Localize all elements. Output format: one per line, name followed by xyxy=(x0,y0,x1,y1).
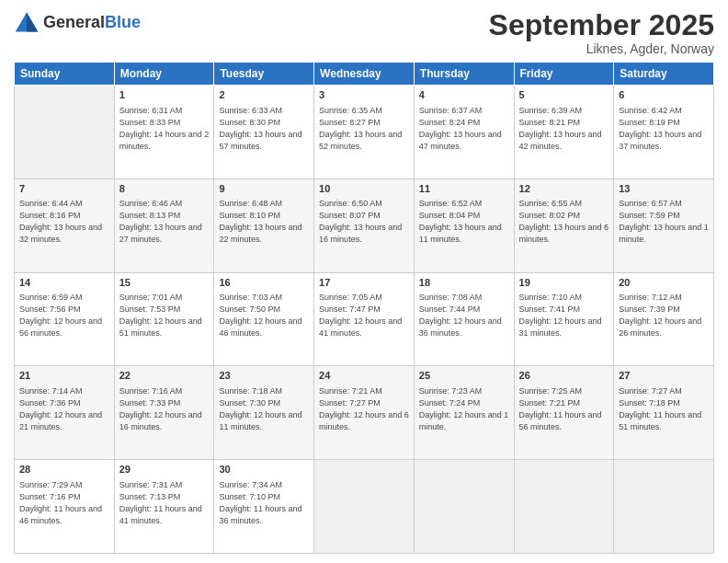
day-number: 8 xyxy=(119,182,210,196)
day-info: Sunrise: 7:21 AMSunset: 7:27 PMDaylight:… xyxy=(319,385,409,433)
calendar-week-row: 1Sunrise: 6:31 AMSunset: 8:33 PMDaylight… xyxy=(15,86,714,179)
day-number: 29 xyxy=(119,463,210,477)
calendar-cell: 18Sunrise: 7:08 AMSunset: 7:44 PMDayligh… xyxy=(414,272,514,366)
day-number: 5 xyxy=(519,88,609,102)
day-number: 3 xyxy=(319,88,409,102)
calendar-week-row: 14Sunrise: 6:59 AMSunset: 7:56 PMDayligh… xyxy=(15,272,714,366)
day-info: Sunrise: 7:14 AMSunset: 7:36 PMDaylight:… xyxy=(19,385,109,433)
header-sunday: Sunday xyxy=(15,63,115,86)
day-info: Sunrise: 7:25 AMSunset: 7:21 PMDaylight:… xyxy=(519,385,609,433)
day-info: Sunrise: 7:03 AMSunset: 7:50 PMDaylight:… xyxy=(219,292,309,339)
logo-icon xyxy=(14,9,40,35)
day-number: 4 xyxy=(419,88,509,102)
day-info: Sunrise: 7:27 AMSunset: 7:18 PMDaylight:… xyxy=(619,385,709,433)
calendar-cell: 22Sunrise: 7:16 AMSunset: 7:33 PMDayligh… xyxy=(114,366,214,460)
header-friday: Friday xyxy=(514,63,614,86)
header-tuesday: Tuesday xyxy=(214,63,314,86)
calendar-cell: 25Sunrise: 7:23 AMSunset: 7:24 PMDayligh… xyxy=(414,366,514,460)
day-info: Sunrise: 7:08 AMSunset: 7:44 PMDaylight:… xyxy=(419,292,509,339)
calendar-cell: 15Sunrise: 7:01 AMSunset: 7:53 PMDayligh… xyxy=(114,272,214,366)
calendar-cell: 20Sunrise: 7:12 AMSunset: 7:39 PMDayligh… xyxy=(614,272,714,366)
day-info: Sunrise: 6:57 AMSunset: 7:59 PMDaylight:… xyxy=(619,198,709,246)
day-number: 14 xyxy=(19,276,109,290)
day-number: 6 xyxy=(619,88,709,102)
weekday-header-row: Sunday Monday Tuesday Wednesday Thursday… xyxy=(15,63,714,86)
day-info: Sunrise: 7:01 AMSunset: 7:53 PMDaylight:… xyxy=(119,292,210,339)
day-info: Sunrise: 6:48 AMSunset: 8:10 PMDaylight:… xyxy=(219,198,309,246)
calendar-cell xyxy=(614,460,714,554)
calendar-cell xyxy=(514,460,614,554)
day-info: Sunrise: 6:59 AMSunset: 7:56 PMDaylight:… xyxy=(19,292,109,339)
calendar-cell: 12Sunrise: 6:55 AMSunset: 8:02 PMDayligh… xyxy=(514,178,614,272)
calendar-cell: 5Sunrise: 6:39 AMSunset: 8:21 PMDaylight… xyxy=(514,86,614,179)
page-header: GeneralBlue September 2025 Liknes, Agder… xyxy=(14,9,714,56)
day-number: 21 xyxy=(19,369,109,383)
calendar-body: 1Sunrise: 6:31 AMSunset: 8:33 PMDaylight… xyxy=(15,86,714,554)
calendar-cell: 17Sunrise: 7:05 AMSunset: 7:47 PMDayligh… xyxy=(314,272,415,366)
calendar-cell: 16Sunrise: 7:03 AMSunset: 7:50 PMDayligh… xyxy=(214,272,314,366)
day-info: Sunrise: 7:10 AMSunset: 7:41 PMDaylight:… xyxy=(519,292,609,339)
day-info: Sunrise: 6:46 AMSunset: 8:13 PMDaylight:… xyxy=(119,198,210,246)
day-info: Sunrise: 6:42 AMSunset: 8:19 PMDaylight:… xyxy=(619,105,709,153)
calendar-cell: 26Sunrise: 7:25 AMSunset: 7:21 PMDayligh… xyxy=(514,366,614,460)
calendar-week-row: 21Sunrise: 7:14 AMSunset: 7:36 PMDayligh… xyxy=(15,366,714,460)
calendar-cell: 21Sunrise: 7:14 AMSunset: 7:36 PMDayligh… xyxy=(15,366,115,460)
header-thursday: Thursday xyxy=(414,63,514,86)
day-info: Sunrise: 6:39 AMSunset: 8:21 PMDaylight:… xyxy=(519,105,609,153)
day-number: 16 xyxy=(219,276,309,290)
calendar-cell: 27Sunrise: 7:27 AMSunset: 7:18 PMDayligh… xyxy=(614,366,714,460)
month-title: September 2025 xyxy=(489,9,714,41)
day-info: Sunrise: 6:37 AMSunset: 8:24 PMDaylight:… xyxy=(419,105,509,153)
calendar-cell: 2Sunrise: 6:33 AMSunset: 8:30 PMDaylight… xyxy=(214,86,314,179)
day-number: 15 xyxy=(119,276,210,290)
day-number: 24 xyxy=(319,369,409,383)
day-info: Sunrise: 6:44 AMSunset: 8:16 PMDaylight:… xyxy=(19,198,109,246)
calendar-header: Sunday Monday Tuesday Wednesday Thursday… xyxy=(15,63,714,86)
calendar-cell: 8Sunrise: 6:46 AMSunset: 8:13 PMDaylight… xyxy=(114,178,214,272)
day-number: 26 xyxy=(519,369,609,383)
day-number: 13 xyxy=(619,182,709,196)
day-number: 23 xyxy=(219,369,309,383)
day-info: Sunrise: 7:05 AMSunset: 7:47 PMDaylight:… xyxy=(319,292,409,339)
day-info: Sunrise: 6:50 AMSunset: 8:07 PMDaylight:… xyxy=(319,198,409,246)
day-info: Sunrise: 6:35 AMSunset: 8:27 PMDaylight:… xyxy=(319,105,409,153)
calendar-cell: 13Sunrise: 6:57 AMSunset: 7:59 PMDayligh… xyxy=(614,178,714,272)
calendar-cell: 28Sunrise: 7:29 AMSunset: 7:16 PMDayligh… xyxy=(15,460,115,554)
day-info: Sunrise: 7:16 AMSunset: 7:33 PMDaylight:… xyxy=(119,385,210,433)
logo-blue: Blue xyxy=(105,13,141,31)
day-number: 17 xyxy=(319,276,409,290)
calendar-cell: 30Sunrise: 7:34 AMSunset: 7:10 PMDayligh… xyxy=(214,460,314,554)
calendar-cell: 4Sunrise: 6:37 AMSunset: 8:24 PMDaylight… xyxy=(414,86,514,179)
calendar-cell xyxy=(414,460,514,554)
day-number: 7 xyxy=(19,182,109,196)
location-subtitle: Liknes, Agder, Norway xyxy=(489,41,714,56)
calendar-cell: 9Sunrise: 6:48 AMSunset: 8:10 PMDaylight… xyxy=(214,178,314,272)
header-saturday: Saturday xyxy=(614,63,714,86)
day-number: 19 xyxy=(519,276,609,290)
calendar-cell: 1Sunrise: 6:31 AMSunset: 8:33 PMDaylight… xyxy=(114,86,214,179)
calendar-cell: 19Sunrise: 7:10 AMSunset: 7:41 PMDayligh… xyxy=(514,272,614,366)
day-number: 12 xyxy=(519,182,609,196)
day-info: Sunrise: 6:31 AMSunset: 8:33 PMDaylight:… xyxy=(119,105,210,153)
logo-text: GeneralBlue xyxy=(43,13,141,32)
day-number: 20 xyxy=(619,276,709,290)
day-info: Sunrise: 7:12 AMSunset: 7:39 PMDaylight:… xyxy=(619,292,709,339)
calendar-cell: 29Sunrise: 7:31 AMSunset: 7:13 PMDayligh… xyxy=(114,460,214,554)
calendar-page: GeneralBlue September 2025 Liknes, Agder… xyxy=(0,0,728,563)
day-number: 28 xyxy=(19,463,109,477)
day-info: Sunrise: 7:23 AMSunset: 7:24 PMDaylight:… xyxy=(419,385,509,433)
day-info: Sunrise: 6:33 AMSunset: 8:30 PMDaylight:… xyxy=(219,105,309,153)
calendar-table: Sunday Monday Tuesday Wednesday Thursday… xyxy=(14,62,714,554)
calendar-cell: 14Sunrise: 6:59 AMSunset: 7:56 PMDayligh… xyxy=(15,272,115,366)
calendar-week-row: 7Sunrise: 6:44 AMSunset: 8:16 PMDaylight… xyxy=(15,178,714,272)
day-info: Sunrise: 7:34 AMSunset: 7:10 PMDaylight:… xyxy=(219,479,309,527)
header-monday: Monday xyxy=(114,63,214,86)
calendar-cell xyxy=(15,86,115,179)
day-info: Sunrise: 7:29 AMSunset: 7:16 PMDaylight:… xyxy=(19,479,109,527)
day-info: Sunrise: 7:18 AMSunset: 7:30 PMDaylight:… xyxy=(219,385,309,433)
day-number: 25 xyxy=(419,369,509,383)
calendar-cell: 24Sunrise: 7:21 AMSunset: 7:27 PMDayligh… xyxy=(314,366,415,460)
calendar-cell: 6Sunrise: 6:42 AMSunset: 8:19 PMDaylight… xyxy=(614,86,714,179)
day-info: Sunrise: 6:52 AMSunset: 8:04 PMDaylight:… xyxy=(419,198,509,246)
day-number: 9 xyxy=(219,182,309,196)
